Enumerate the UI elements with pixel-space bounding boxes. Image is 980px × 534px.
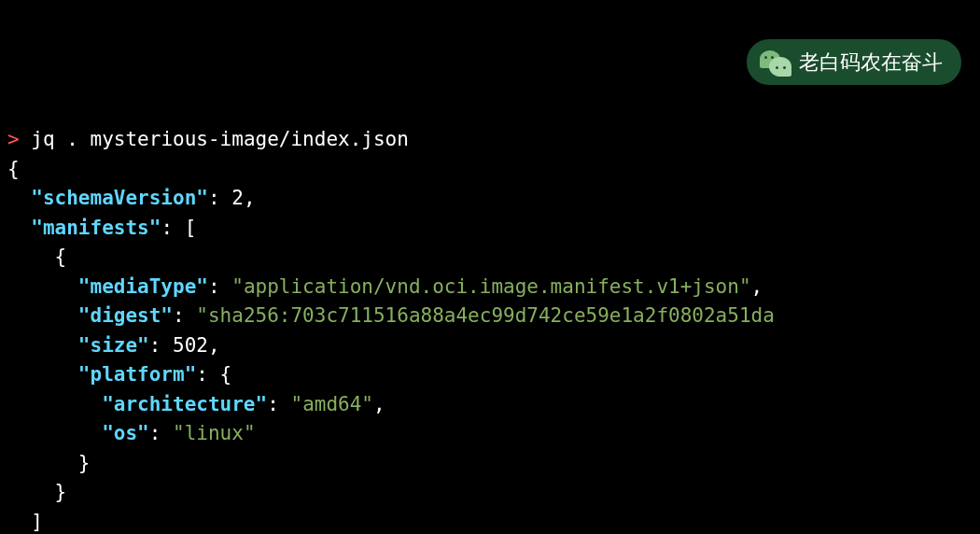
- json-open-brace: {: [7, 158, 20, 180]
- watermark-text: 老白码农在奋斗: [799, 47, 943, 77]
- json-value-schemaversion: 2: [231, 187, 244, 209]
- shell-prompt: >: [7, 128, 20, 150]
- json-value-digest: "sha256:703c711516a88a4ec99d742ce59e1a2f…: [196, 304, 775, 327]
- json-key-mediatype: "mediaType": [78, 275, 208, 298]
- json-value-mediatype: "application/vnd.oci.image.manifest.v1+j…: [231, 275, 750, 298]
- terminal-output: > jq . mysterious-image/index.json { "sc…: [7, 125, 973, 534]
- json-value-architecture: "amd64": [290, 393, 373, 415]
- wechat-icon: [760, 49, 791, 77]
- json-key-size: "size": [78, 334, 149, 357]
- json-value-os: "linux": [173, 422, 256, 444]
- json-key-schemaversion: "schemaVersion": [31, 187, 208, 209]
- json-key-architecture: "architecture": [102, 393, 267, 415]
- watermark-badge: 老白码农在奋斗: [747, 39, 961, 85]
- json-value-size: 502: [173, 334, 208, 357]
- shell-command: jq . mysterious-image/index.json: [31, 128, 409, 150]
- json-key-digest: "digest": [78, 304, 173, 327]
- json-key-os: "os": [102, 422, 149, 444]
- json-key-manifests: "manifests": [31, 217, 161, 239]
- json-key-platform: "platform": [78, 363, 196, 386]
